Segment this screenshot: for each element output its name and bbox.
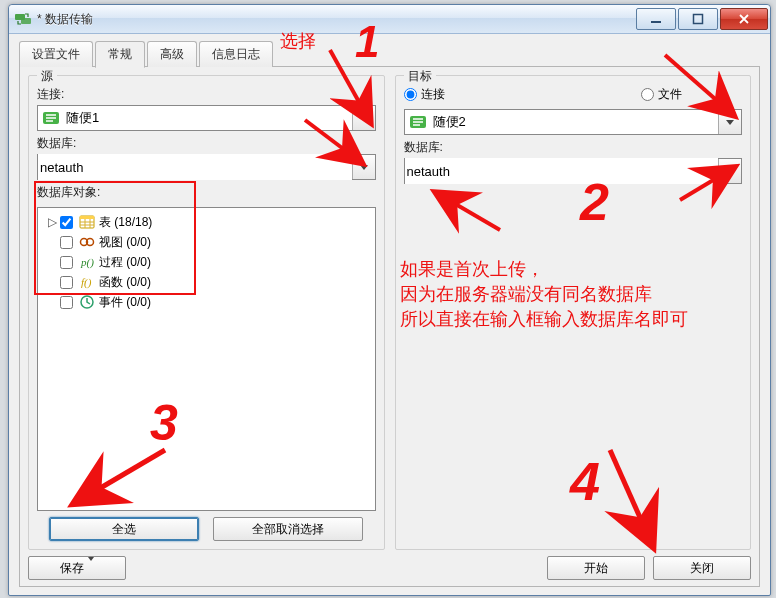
chevron-down-icon[interactable] [352,106,375,130]
svg-text:f(): f() [81,276,92,289]
tabstrip: 设置文件 常规 高级 信息日志 [19,40,760,67]
function-icon: f() [79,274,95,290]
deselect-all-button[interactable]: 全部取消选择 [213,517,363,541]
target-radio-file[interactable] [641,88,654,101]
svg-rect-6 [80,216,94,219]
start-button[interactable]: 开始 [547,556,645,580]
maximize-button[interactable] [678,8,718,30]
source-buttons: 全选 全部取消选择 [37,517,376,541]
source-connection-combo[interactable]: 随便1 [37,105,376,131]
tree-procs-label: 过程 (0/0) [99,254,151,271]
target-connection-combo[interactable]: 随便2 [404,109,743,135]
tree-funcs-label: 函数 (0/0) [99,274,151,291]
close-panel-button[interactable]: 关闭 [653,556,751,580]
tree-tables-label: 表 (18/18) [99,214,152,231]
target-radio-connection-label: 连接 [421,86,445,103]
target-database-input[interactable] [405,158,719,184]
titlebar: * 数据传输 [9,5,770,34]
chevron-down-icon[interactable] [352,155,375,179]
tree-views[interactable]: 视图 (0/0) [40,232,373,252]
group-source: 源 连接: 随便1 数据库: 数据库对象: [28,75,385,550]
tree-tables-checkbox[interactable] [60,216,73,229]
save-button[interactable]: 保存 [28,556,126,580]
tree-procs[interactable]: p() 过程 (0/0) [40,252,373,272]
group-target-legend: 目标 [404,68,436,85]
group-target: 目标 连接 文件 [395,75,752,550]
procedure-icon: p() [79,254,95,270]
close-button[interactable] [720,8,768,30]
chevron-down-icon[interactable] [718,159,741,183]
connection-icon [409,114,427,130]
tab-advanced[interactable]: 高级 [147,41,197,67]
group-source-legend: 源 [37,68,57,85]
app-icon [15,11,31,27]
expand-icon[interactable]: ▷ [46,215,58,229]
source-objects-label: 数据库对象: [37,184,376,201]
chevron-down-icon[interactable] [718,110,741,134]
tab-log[interactable]: 信息日志 [199,41,273,67]
tree-events[interactable]: 事件 (0/0) [40,292,373,312]
svg-rect-2 [651,21,661,23]
target-connection-value: 随便2 [431,113,719,131]
table-icon [79,214,95,230]
connection-icon [42,110,60,126]
select-all-button[interactable]: 全选 [49,517,199,541]
panel-footer: 保存 开始 关闭 [28,556,751,580]
tab-settings-file[interactable]: 设置文件 [19,41,93,67]
tree-events-checkbox[interactable] [60,296,73,309]
window-buttons [636,8,770,30]
target-type-file[interactable]: 文件 [641,86,682,103]
target-database-label: 数据库: [404,139,743,156]
tree-funcs[interactable]: f() 函数 (0/0) [40,272,373,292]
general-panel: 源 连接: 随便1 数据库: 数据库对象: [19,66,760,587]
tree-tables[interactable]: ▷ 表 (18/18) [40,212,373,232]
svg-rect-3 [694,15,703,24]
tree-funcs-checkbox[interactable] [60,276,73,289]
source-connection-value: 随便1 [64,109,352,127]
db-objects-tree[interactable]: ▷ 表 (18/18) [37,207,376,511]
source-database-combo[interactable] [37,154,376,180]
tree-procs-checkbox[interactable] [60,256,73,269]
svg-text:p(): p() [80,256,94,269]
target-type-connection[interactable]: 连接 [404,86,445,103]
window: * 数据传输 设置文件 常规 高级 信息日志 源 [8,4,771,596]
tree-views-label: 视图 (0/0) [99,234,151,251]
window-title: * 数据传输 [37,11,636,28]
save-button-label: 保存 [60,560,84,577]
source-database-input[interactable] [38,154,352,180]
view-icon [79,234,95,250]
svg-rect-1 [21,18,31,24]
source-database-label: 数据库: [37,135,376,152]
target-radio-file-label: 文件 [658,86,682,103]
target-database-combo[interactable] [404,158,743,184]
event-icon [79,294,95,310]
chevron-down-icon [88,561,94,575]
source-connection-label: 连接: [37,86,376,103]
client-area: 设置文件 常规 高级 信息日志 源 连接: 随便1 [9,34,770,595]
tab-general[interactable]: 常规 [95,41,145,68]
target-radio-connection[interactable] [404,88,417,101]
minimize-button[interactable] [636,8,676,30]
tree-events-label: 事件 (0/0) [99,294,151,311]
tree-views-checkbox[interactable] [60,236,73,249]
